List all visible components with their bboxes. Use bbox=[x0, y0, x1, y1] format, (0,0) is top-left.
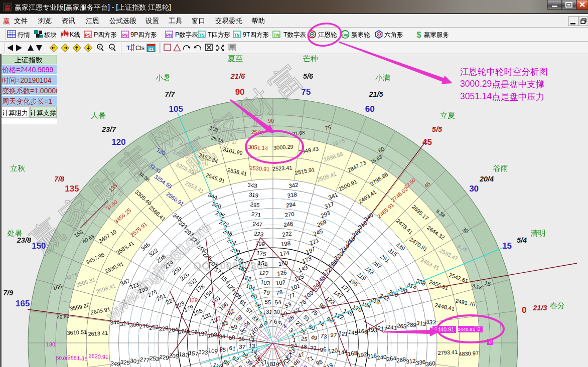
svg-text:342: 342 bbox=[288, 181, 299, 189]
svg-text:198: 198 bbox=[280, 240, 291, 247]
svg-text:3610.51: 3610.51 bbox=[67, 329, 87, 336]
svg-text:229: 229 bbox=[159, 353, 170, 360]
svg-text:180: 180 bbox=[46, 341, 55, 347]
svg-text:2793.41: 2793.41 bbox=[437, 349, 458, 356]
svg-text:109: 109 bbox=[208, 347, 218, 354]
svg-text:Big: Big bbox=[342, 33, 349, 37]
svg-text:151: 151 bbox=[257, 260, 268, 267]
svg-text:97: 97 bbox=[330, 331, 337, 338]
svg-text:301: 301 bbox=[130, 357, 140, 364]
svg-text:23/7: 23/7 bbox=[101, 125, 116, 133]
svg-text:2523.41: 2523.41 bbox=[272, 164, 292, 171]
svg-text:174: 174 bbox=[279, 250, 290, 257]
svg-text:TS: TS bbox=[199, 33, 205, 38]
svg-text:=1: =1 bbox=[44, 97, 52, 105]
svg-text:PN: PN bbox=[166, 33, 173, 38]
svg-text:54: 54 bbox=[274, 299, 282, 306]
svg-text:264: 264 bbox=[386, 355, 397, 362]
svg-text:30: 30 bbox=[273, 308, 280, 315]
svg-text:45: 45 bbox=[422, 137, 432, 147]
svg-text:37: 37 bbox=[238, 343, 245, 350]
svg-text:31: 31 bbox=[265, 308, 272, 315]
svg-text:5/4: 5/4 bbox=[517, 236, 527, 244]
svg-text:165: 165 bbox=[16, 299, 30, 308]
svg-text:337: 337 bbox=[426, 318, 436, 325]
svg-text:133: 133 bbox=[198, 348, 209, 355]
svg-text:241: 241 bbox=[387, 324, 397, 331]
svg-text:246: 246 bbox=[283, 221, 293, 228]
svg-text:240: 240 bbox=[376, 353, 387, 360]
svg-text:] - [: ] - [ bbox=[108, 3, 118, 11]
svg-text:313: 313 bbox=[416, 320, 426, 327]
svg-text:PS: PS bbox=[85, 33, 91, 38]
svg-text:21/3: 21/3 bbox=[532, 304, 547, 312]
svg-text:49: 49 bbox=[311, 334, 318, 341]
svg-text:181: 181 bbox=[179, 351, 189, 358]
svg-text:79: 79 bbox=[263, 289, 270, 296]
svg-text:3000.29: 3000.29 bbox=[273, 144, 293, 151]
svg-text:0: 0 bbox=[478, 326, 481, 332]
svg-text:7/7: 7/7 bbox=[165, 90, 175, 98]
svg-text:$: $ bbox=[417, 31, 421, 39]
svg-text:343: 343 bbox=[247, 181, 258, 189]
svg-text:=2440.9099: =2440.9099 bbox=[16, 66, 54, 74]
svg-text:289: 289 bbox=[406, 321, 417, 328]
svg-text:15: 15 bbox=[502, 241, 512, 251]
svg-text:5/5: 5/5 bbox=[432, 125, 443, 133]
svg-text:61: 61 bbox=[229, 345, 236, 352]
svg-text:+: + bbox=[98, 45, 101, 50]
svg-text:325: 325 bbox=[120, 359, 130, 366]
svg-text:50.00: 50.00 bbox=[56, 355, 69, 361]
svg-text:]: ] bbox=[169, 3, 171, 11]
svg-text:73: 73 bbox=[320, 333, 327, 340]
svg-text:247: 247 bbox=[252, 221, 263, 228]
svg-text:-: - bbox=[111, 45, 113, 50]
svg-text:25: 25 bbox=[301, 335, 308, 342]
svg-text:P9: P9 bbox=[122, 33, 127, 38]
svg-text:7/9: 7/9 bbox=[3, 289, 13, 297]
svg-text:120: 120 bbox=[111, 137, 125, 147]
svg-text:157: 157 bbox=[188, 350, 199, 357]
svg-text:216: 216 bbox=[367, 352, 377, 359]
svg-text:312: 312 bbox=[406, 357, 416, 364]
svg-text:294: 294 bbox=[285, 201, 296, 208]
svg-text:7/8: 7/8 bbox=[54, 175, 65, 183]
svg-text:223: 223 bbox=[254, 231, 264, 238]
svg-text:2440.91: 2440.91 bbox=[458, 326, 475, 332]
svg-text:90: 90 bbox=[235, 87, 245, 97]
svg-text:3000.29: 3000.29 bbox=[460, 79, 492, 89]
svg-text:=20190104: =20190104 bbox=[16, 76, 52, 84]
svg-text:349: 349 bbox=[110, 360, 121, 367]
svg-text:265: 265 bbox=[396, 322, 407, 329]
svg-text:150: 150 bbox=[32, 241, 46, 251]
svg-text:277: 277 bbox=[139, 356, 150, 363]
svg-text:319: 319 bbox=[248, 192, 259, 199]
svg-text:T: T bbox=[126, 44, 130, 52]
svg-text:270: 270 bbox=[284, 211, 295, 218]
svg-text:360: 360 bbox=[425, 360, 436, 367]
svg-text:K: K bbox=[70, 31, 74, 38]
svg-text:T: T bbox=[283, 31, 287, 38]
svg-text:60: 60 bbox=[365, 104, 375, 114]
svg-text:135: 135 bbox=[65, 184, 79, 194]
svg-text:9P: 9P bbox=[130, 31, 138, 38]
svg-text:90: 90 bbox=[268, 118, 274, 124]
svg-text:102: 102 bbox=[275, 279, 286, 286]
svg-text:0: 0 bbox=[522, 305, 526, 315]
svg-text:Cls: Cls bbox=[135, 45, 144, 52]
svg-text:175: 175 bbox=[256, 250, 267, 257]
svg-text:103: 103 bbox=[260, 279, 270, 286]
svg-text:23/8: 23/8 bbox=[17, 236, 32, 244]
svg-text:9T: 9T bbox=[243, 31, 250, 38]
svg-text:126: 126 bbox=[277, 269, 287, 276]
svg-text:3051.14: 3051.14 bbox=[460, 91, 492, 101]
svg-text:253: 253 bbox=[149, 355, 160, 362]
svg-text:192: 192 bbox=[357, 351, 368, 358]
svg-text:271: 271 bbox=[251, 211, 262, 218]
svg-text:P: P bbox=[175, 31, 179, 38]
svg-text:295: 295 bbox=[250, 201, 260, 208]
svg-text:318: 318 bbox=[287, 192, 298, 199]
svg-text:30: 30 bbox=[469, 184, 479, 194]
svg-text:336: 336 bbox=[415, 359, 426, 366]
svg-text:4830.97: 4830.97 bbox=[459, 350, 479, 357]
